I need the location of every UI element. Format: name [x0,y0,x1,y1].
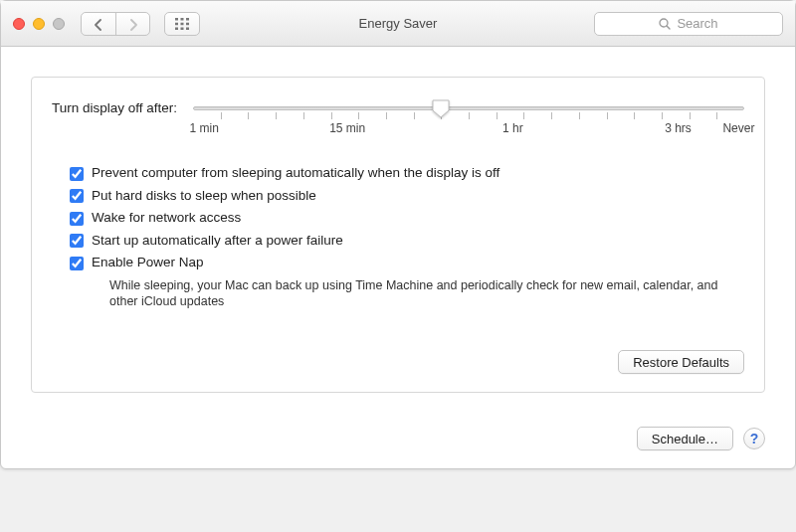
traffic-lights [13,18,65,30]
search-icon [659,18,671,30]
svg-rect-7 [181,27,184,30]
search-input[interactable]: Search [594,12,783,36]
svg-rect-0 [175,18,178,21]
svg-rect-4 [181,22,184,25]
svg-rect-8 [186,27,189,30]
show-all-button[interactable] [164,12,200,36]
preferences-window: Energy Saver Search Turn display off aft… [0,0,796,469]
checkbox-label: Enable Power Nap [92,255,204,269]
wake-network-checkbox[interactable]: Wake for network access [70,210,744,226]
window-footer: Schedule… ? [1,413,795,468]
power-nap-description: While sleeping, your Mac can back up usi… [109,277,744,311]
svg-line-10 [667,26,670,29]
checkbox-label: Put hard disks to sleep when possible [92,188,316,203]
power-failure-checkbox[interactable]: Start up automatically after a power fai… [70,233,744,249]
search-placeholder: Search [677,16,717,31]
content: Turn display off after: [1,47,795,413]
slider-track [193,106,744,110]
svg-rect-6 [175,27,178,30]
display-sleep-slider[interactable]: 1 min 15 min 1 hr 3 hrs Never [193,99,744,137]
tick-label: 1 hr [502,121,523,135]
checkbox-input[interactable] [70,212,84,226]
svg-rect-5 [186,22,189,25]
settings-panel: Turn display off after: [31,77,765,393]
tick-label: 3 hrs [665,121,692,135]
forward-button[interactable] [115,13,149,36]
svg-rect-3 [175,22,178,25]
checkbox-input[interactable] [70,189,84,203]
svg-rect-2 [186,18,189,21]
display-sleep-slider-row: Turn display off after: [52,99,744,137]
slider-label: Turn display off after: [52,99,177,115]
tick-label: 1 min [189,121,218,135]
checkbox-label: Start up automatically after a power fai… [92,233,343,248]
restore-defaults-button[interactable]: Restore Defaults [618,350,744,374]
back-button[interactable] [82,13,115,36]
schedule-button[interactable]: Schedule… [637,427,733,450]
checkbox-input[interactable] [70,257,84,270]
power-nap-checkbox[interactable]: Enable Power Nap [70,255,744,270]
panel-footer: Restore Defaults [52,350,744,374]
slider-tick-labels: 1 min 15 min 1 hr 3 hrs Never [193,121,744,137]
chevron-right-icon [128,19,138,31]
checkbox-list: Prevent computer from sleeping automatic… [52,165,744,310]
zoom-icon [53,18,65,30]
help-button[interactable]: ? [743,428,765,449]
hard-disks-checkbox[interactable]: Put hard disks to sleep when possible [70,188,744,204]
close-icon[interactable] [13,18,25,30]
tick-label: Never [722,121,754,135]
chevron-left-icon [94,19,103,31]
grid-icon [175,18,189,30]
checkbox-label: Prevent computer from sleeping automatic… [92,165,499,180]
checkbox-input[interactable] [70,234,84,248]
slider-ticks [193,112,744,119]
question-mark-icon: ? [750,431,759,446]
slider-thumb[interactable] [432,99,450,118]
titlebar: Energy Saver Search [1,1,795,47]
nav-segmented [81,12,150,36]
prevent-sleep-checkbox[interactable]: Prevent computer from sleeping automatic… [70,165,744,181]
minimize-icon[interactable] [33,18,45,30]
tick-label: 15 min [329,121,365,135]
checkbox-input[interactable] [70,167,84,181]
svg-rect-1 [181,18,184,21]
checkbox-label: Wake for network access [92,210,241,225]
